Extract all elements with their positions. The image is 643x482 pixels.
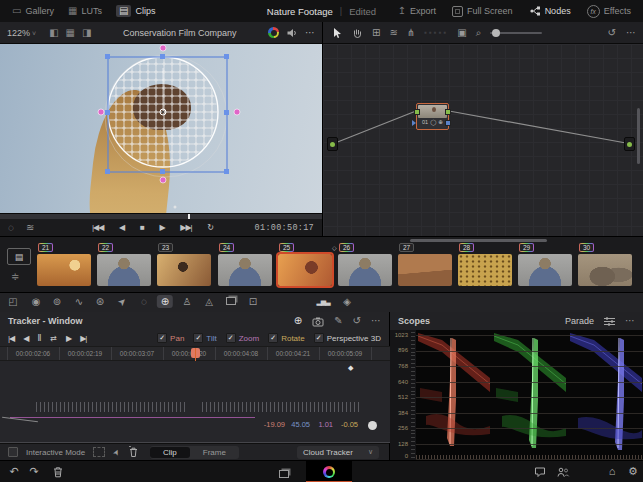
single-viewer-icon[interactable]: ◧	[49, 28, 58, 38]
tracker-more-icon[interactable]: ⋯	[371, 316, 381, 326]
loop-button[interactable]: ↻	[207, 223, 214, 232]
clips-view-icon[interactable]: ▤	[7, 248, 31, 265]
clip-23-thumbnail[interactable]	[157, 254, 211, 286]
node-more-icon[interactable]: ⋯	[626, 28, 636, 38]
step-back-button[interactable]: ◀	[119, 223, 124, 232]
layers-icon[interactable]: ≋	[26, 223, 34, 233]
tracker-reset-icon[interactable]: ↺	[353, 316, 361, 326]
collaboration-button[interactable]	[557, 466, 570, 478]
node-reset-icon[interactable]: ↺	[608, 28, 616, 38]
stop-button[interactable]: ■	[140, 223, 144, 232]
clip-29-thumbnail[interactable]	[518, 254, 572, 286]
tracker-tool-icon[interactable]: ⊕	[157, 295, 173, 308]
color-wheels-icon[interactable]: ◉	[32, 296, 41, 307]
clip-22-thumbnail[interactable]	[97, 254, 151, 286]
motion-effects-icon[interactable]: ◈	[343, 296, 351, 307]
color-page-tab-active[interactable]	[306, 461, 352, 482]
node-key-output[interactable]	[445, 120, 451, 126]
clip-29[interactable]: 29	[518, 242, 572, 286]
window-outline-icon[interactable]: ◌	[8, 223, 14, 233]
clip-mode-button[interactable]: Clip	[150, 447, 190, 458]
tracker-graph[interactable]: ◆ -19.09 45.05 1.01 -0.05	[0, 361, 390, 443]
track-to-start-button[interactable]: |◀	[8, 334, 14, 343]
clip-22[interactable]: 22	[97, 242, 151, 286]
scopes-more-icon[interactable]: ⋯	[625, 316, 635, 326]
pan-checkbox[interactable]: ✓ Pan	[157, 333, 184, 343]
node-zoom-knob[interactable]	[492, 29, 500, 37]
track-to-end-button[interactable]: ▶|	[80, 334, 86, 343]
settings-button[interactable]: ⚙	[628, 465, 638, 478]
frame-mode-button[interactable]: Frame	[190, 447, 239, 458]
luts-button[interactable]: ▦ LUTs	[62, 4, 108, 18]
color-wheel-icon[interactable]	[268, 27, 279, 38]
grab-still-icon[interactable]: ▣	[457, 28, 466, 38]
rotate-checkbox[interactable]: ✓ Rotate	[268, 333, 305, 343]
graph-keyframe-icon[interactable]: ◆	[348, 364, 353, 372]
play-button[interactable]: ▶	[159, 223, 164, 232]
curves-icon[interactable]: ∿	[75, 296, 83, 307]
export-button[interactable]: ↥ Export	[392, 3, 442, 20]
fullscreen-button[interactable]: Full Screen	[446, 3, 519, 20]
node-rgb-input[interactable]	[414, 109, 420, 115]
clip-27[interactable]: 27	[398, 242, 452, 286]
scope-mode-dropdown[interactable]: Parade	[565, 316, 594, 326]
split-viewer-icon[interactable]: ◨	[82, 28, 91, 38]
clip-25-thumbnail[interactable]	[278, 254, 332, 286]
corrector-node-01[interactable]: 01 ◯ ⊕	[416, 103, 449, 130]
hdr-wheels-icon[interactable]: ⊚	[53, 296, 61, 307]
clip-21-thumbnail[interactable]	[37, 254, 91, 286]
clip-24[interactable]: 24	[218, 242, 272, 286]
node-graph-canvas[interactable]: 01 ◯ ⊕	[323, 44, 643, 236]
clip-21[interactable]: 21	[37, 242, 91, 286]
power-window-icon[interactable]: ◌	[141, 296, 147, 307]
clip-28[interactable]: 28	[458, 242, 512, 286]
scope-settings-icon[interactable]	[604, 317, 615, 326]
graph-scroll-handle[interactable]	[368, 421, 377, 430]
trash-button[interactable]	[53, 466, 64, 478]
clip-27-thumbnail[interactable]	[398, 254, 452, 286]
add-point-cursor-icon[interactable]: ➤	[111, 447, 122, 457]
undo-button[interactable]: ↶	[9, 465, 18, 478]
clip-30-thumbnail[interactable]	[578, 254, 632, 286]
clip-26[interactable]: 26	[338, 242, 392, 286]
add-tracker-point-icon[interactable]: ⊕	[294, 316, 302, 326]
nodes-button[interactable]: Nodes	[523, 3, 577, 20]
clip-filter-icon[interactable]: ≑	[11, 271, 19, 282]
hand-tool-icon[interactable]	[351, 27, 363, 39]
sizing-icon[interactable]: ◰	[8, 296, 17, 307]
key-icon[interactable]	[226, 296, 236, 307]
picker-icon[interactable]: ➤	[115, 295, 129, 309]
tracker-type-dropdown[interactable]: Cloud Tracker ∨	[297, 446, 379, 459]
combiner-node-icon[interactable]: ⋔	[407, 28, 415, 38]
tilt-checkbox[interactable]: ✓ Tilt	[193, 333, 216, 343]
output-port[interactable]	[624, 137, 635, 151]
track-forward-button[interactable]: ▶	[66, 334, 71, 343]
source-port[interactable]	[327, 137, 338, 151]
perspective3d-checkbox[interactable]: ✓ Perspective 3D	[314, 333, 381, 343]
clip-28-thumbnail[interactable]	[458, 254, 512, 286]
track-bidir-button[interactable]: ⇄	[50, 334, 57, 343]
clip-25-selected[interactable]: 25	[278, 242, 332, 286]
clips-button[interactable]: ▤ Clips	[110, 3, 161, 19]
camera-icon[interactable]	[312, 316, 324, 327]
node-canvas-scrollbar[interactable]	[637, 108, 640, 164]
find-node-icon[interactable]: ⌕	[476, 28, 482, 38]
viewer-more-icon[interactable]: ⋯	[305, 28, 315, 38]
clip-24-thumbnail[interactable]	[218, 254, 272, 286]
node-zoom-slider[interactable]	[490, 32, 542, 34]
clip-30[interactable]: 30	[578, 242, 632, 286]
clip-26-thumbnail[interactable]	[338, 254, 392, 286]
blur-icon[interactable]: ◬	[205, 296, 213, 307]
next-clip-button[interactable]: ▶▶|	[180, 223, 191, 232]
zoom-checkbox[interactable]: ✓ Zoom	[226, 333, 259, 343]
effects-button[interactable]: fx Effects	[581, 3, 637, 20]
pointer-tool-icon[interactable]	[331, 27, 342, 39]
delete-point-icon[interactable]	[128, 446, 139, 458]
track-pause-button[interactable]: Ⅱ	[37, 334, 41, 343]
edit-page-button[interactable]	[279, 468, 289, 480]
prev-clip-button[interactable]: |◀◀	[92, 223, 103, 232]
chat-button[interactable]	[534, 466, 546, 478]
home-button[interactable]: ⌂	[609, 465, 616, 477]
pen-icon[interactable]: ✎	[334, 316, 342, 326]
node-key-input[interactable]	[412, 120, 416, 126]
